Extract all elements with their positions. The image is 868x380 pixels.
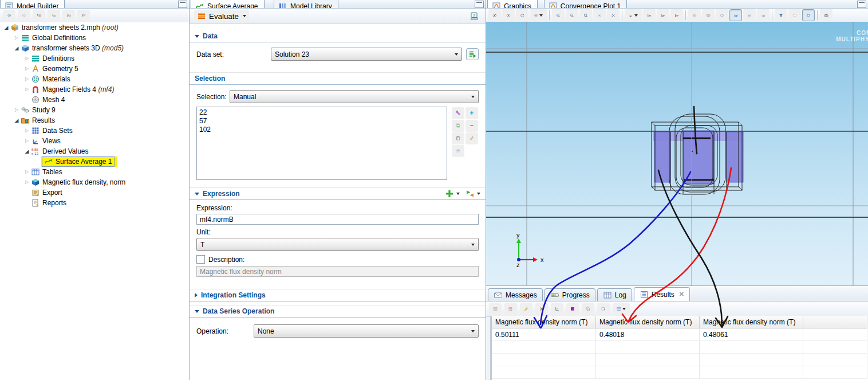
info-tab-results[interactable]: Results✕	[634, 287, 690, 301]
table-cell[interactable]	[492, 341, 596, 354]
tree-item-magnetic-flux-density-norm[interactable]: ▷Magnetic flux density, norm	[0, 177, 189, 187]
close-tab-icon[interactable]: ✕	[679, 291, 684, 298]
settings-tab-surface-average[interactable]: Surface Average	[191, 0, 265, 9]
tree-item-study-9[interactable]: ▷Study 9	[0, 105, 189, 115]
table-column-header[interactable]	[803, 316, 867, 328]
tree-expander[interactable]: ▷	[23, 126, 31, 136]
clear-selection-button[interactable]	[465, 132, 478, 144]
tree-expander[interactable]: ◢	[23, 146, 31, 156]
tree-item-surface-average-1[interactable]: Surface Average 1	[0, 156, 189, 167]
tree-item-mesh-4[interactable]: Mesh 4	[0, 95, 189, 105]
collapse-left-panel-button[interactable]	[178, 1, 187, 8]
tree-item-results[interactable]: ◢Results	[0, 115, 189, 126]
show-objects-button[interactable]	[502, 9, 515, 21]
snapshot-button[interactable]	[820, 9, 833, 21]
nav-forward-button[interactable]	[18, 10, 30, 22]
table-cell[interactable]	[700, 354, 803, 366]
data-section-header[interactable]: Data	[190, 30, 486, 42]
tree-expander[interactable]: ▷	[23, 53, 31, 64]
hide-menu-button[interactable]	[530, 9, 547, 21]
tree-item-materials[interactable]: ▷Materials	[0, 74, 189, 84]
copy-table-button[interactable]	[582, 303, 594, 315]
table-cell[interactable]: 0.50111	[492, 328, 596, 341]
zoom-out-button[interactable]	[566, 9, 578, 21]
view-yz-button[interactable]: yz	[657, 9, 669, 21]
model-builder-tab[interactable]: Model Builder	[0, 0, 65, 9]
tree-item-views[interactable]: ▷Views	[0, 136, 189, 146]
table-surface-button[interactable]	[566, 303, 579, 315]
zoom-selected-button[interactable]	[593, 9, 606, 21]
add-expression-icon[interactable]	[445, 189, 454, 198]
tree-item-transformer-sheets-2-mph[interactable]: ◢transformer sheets 2.mph (root)	[0, 22, 189, 33]
transparency-button[interactable]	[702, 9, 715, 21]
select-filter-button[interactable]	[775, 9, 787, 21]
tree-expander[interactable]: ▷	[23, 177, 31, 187]
tree-expander[interactable]: ◢	[13, 115, 21, 126]
move-down-button[interactable]	[77, 10, 90, 22]
graphics-tab-graphics[interactable]: Graphics	[487, 0, 538, 9]
copy-selection-button[interactable]	[452, 120, 464, 132]
graphics-canvas[interactable]: y x z COMSOL MULTIPHYSICS	[486, 22, 868, 285]
table-graph-button[interactable]	[551, 303, 563, 315]
tree-expander[interactable]: ▷	[13, 33, 21, 43]
table-cell[interactable]: 0.48061	[700, 328, 803, 341]
deselect-box-button[interactable]	[788, 9, 801, 21]
tree-expander[interactable]: ▷	[23, 74, 31, 84]
replace-expression-caret[interactable]	[477, 193, 480, 195]
clear-table-button[interactable]	[520, 303, 532, 315]
integration-section-header[interactable]: Integration Settings	[190, 289, 486, 301]
tree-item-tables[interactable]: ▷Tables	[0, 167, 189, 177]
table-column-header[interactable]: Magnetic flux density norm (T)	[492, 316, 596, 328]
tree-item-transformer-sheets-3d[interactable]: ◢transformer sheets 3D (mod5)	[0, 43, 189, 53]
zoom-selection-button[interactable]	[452, 145, 464, 157]
orthographic-button[interactable]	[757, 9, 770, 21]
view-3d-button[interactable]	[729, 9, 742, 21]
tree-expander[interactable]: ▷	[13, 105, 21, 115]
tree-item-export[interactable]: Export	[0, 187, 189, 198]
selection-entity[interactable]: 22	[199, 108, 444, 117]
description-checkbox[interactable]	[196, 255, 205, 264]
zoom-extents-button[interactable]	[607, 9, 620, 21]
zoom-box-button[interactable]	[579, 9, 592, 21]
table-cell[interactable]	[700, 366, 803, 379]
table-cell[interactable]	[596, 366, 700, 379]
perspective-button[interactable]	[743, 9, 756, 21]
expression-section-header[interactable]: Expression	[190, 188, 486, 200]
tree-item-magnetic-fields-4[interactable]: ▷Magnetic Fields 4 (mf4)	[0, 84, 189, 95]
selection-entity[interactable]: 57	[199, 117, 444, 126]
help-button[interactable]: ?	[467, 10, 481, 23]
table-cell[interactable]	[596, 354, 700, 366]
settings-tab-model-library[interactable]: Model Library	[274, 0, 338, 9]
tree-item-definitions[interactable]: ▷Definitions	[0, 53, 189, 64]
expression-input[interactable]	[196, 214, 479, 225]
selection-section-header[interactable]: Selection	[190, 73, 486, 85]
table-cell[interactable]: 0.48018	[596, 328, 700, 341]
tree-expander[interactable]: ▷	[23, 64, 31, 74]
table-cell[interactable]	[700, 341, 803, 354]
tree-item-derived-values[interactable]: ◢8.85e-12Derived Values	[0, 146, 189, 156]
table-cell[interactable]	[803, 366, 867, 379]
tree-expander[interactable]: ▷	[23, 136, 31, 146]
paste-selection-button[interactable]	[452, 132, 464, 144]
add-entity-button[interactable]	[465, 107, 478, 119]
environment-button[interactable]	[802, 9, 815, 21]
nav-back-button[interactable]	[3, 10, 15, 22]
view-xy-button[interactable]: xy	[643, 9, 656, 21]
table-cell[interactable]	[596, 341, 700, 354]
collapse-all-button[interactable]	[33, 10, 45, 22]
reset-hiding-button[interactable]	[516, 9, 528, 21]
hide-wireframe-button[interactable]	[716, 9, 728, 21]
table-column-header[interactable]: Magnetic flux density norm (T)	[596, 316, 700, 328]
tree-item-global-definitions[interactable]: ▷Global Definitions	[0, 33, 189, 43]
tree-item-data-sets[interactable]: ▷Data Sets	[0, 126, 189, 136]
delete-table-button[interactable]	[535, 303, 548, 315]
dataset-combo[interactable]: Solution 23	[271, 48, 462, 61]
display-table-button[interactable]	[613, 303, 630, 315]
remove-entity-button[interactable]	[465, 120, 478, 132]
replace-expression-icon[interactable]	[465, 189, 475, 198]
table-cell[interactable]	[803, 354, 867, 366]
unit-combo[interactable]: T	[196, 238, 479, 251]
hide-objects-button[interactable]	[488, 9, 501, 21]
table-cell[interactable]	[492, 366, 596, 379]
selection-entity-list[interactable]: 2257102	[196, 107, 447, 180]
